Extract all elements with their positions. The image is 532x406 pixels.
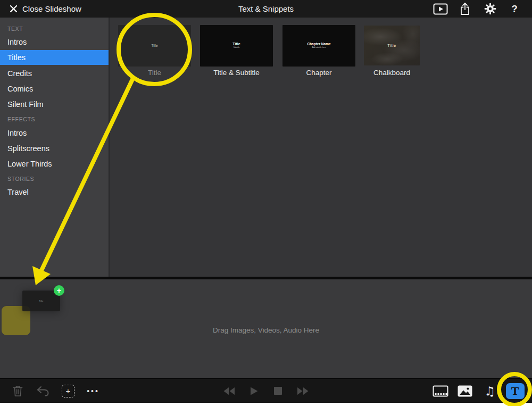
sidebar-item-splitscreens[interactable]: Splitscreens [0, 141, 109, 156]
category-sidebar: TEXT Intros Titles Credits Comics Silent… [0, 18, 109, 277]
undo-icon [36, 386, 49, 396]
dragged-clip-label: Title [39, 300, 44, 302]
ellipsis-icon: ••• [87, 387, 99, 395]
template-label-title-subtitle: Title & Subtitle [200, 68, 273, 78]
play-button[interactable] [243, 379, 264, 403]
template-preview-title: Chapter Name [307, 42, 330, 46]
template-thumb-chalkboard[interactable]: Title [364, 26, 420, 65]
template-preview-subtitle: Add subtitle here [312, 46, 326, 48]
preview-play-button[interactable] [430, 0, 451, 18]
template-preview-subtitle: Subtitle [234, 46, 240, 48]
stop-icon [274, 387, 282, 395]
timeline-area[interactable]: Title + Drag Images, Videos, Audio Here [0, 279, 532, 378]
template-gallery: Title Title Title Subtitle Title & Subti… [110, 18, 532, 277]
bottom-edge-strip [0, 403, 532, 406]
add-selection-icon: + [62, 385, 74, 397]
music-note-icon: ♫ [485, 384, 496, 398]
media-library-button[interactable] [454, 379, 476, 403]
sidebar-item-comics[interactable]: Comics [0, 81, 109, 96]
template-label-chalkboard: Chalkboard [364, 68, 420, 78]
audio-button[interactable]: ♫ [479, 379, 501, 403]
sidebar-item-lower-thirds[interactable]: Lower Thirds [0, 156, 109, 171]
app-window: Close Slideshow Text & Snippets [0, 0, 532, 406]
more-options-button[interactable]: ••• [82, 379, 104, 403]
top-navigation-bar: Close Slideshow Text & Snippets [0, 0, 532, 18]
template-preview-title: Title [232, 42, 240, 46]
undo-button[interactable] [32, 379, 53, 403]
help-button[interactable]: ? [504, 0, 525, 18]
rewind-button[interactable] [218, 379, 239, 403]
sidebar-item-intros[interactable]: Intros [0, 35, 109, 49]
sidebar-section-text: TEXT [0, 25, 109, 32]
delete-button[interactable] [7, 379, 28, 403]
fast-forward-button[interactable] [292, 379, 313, 403]
sidebar-item-credits[interactable]: Credits [0, 66, 109, 81]
template-thumb-title[interactable]: Title [118, 25, 191, 67]
drop-hint-text: Drag Images, Videos, Audio Here [0, 326, 532, 334]
gear-icon [484, 3, 496, 15]
image-icon [458, 385, 472, 397]
close-slideshow-label: Close Slideshow [22, 4, 81, 13]
play-icon [250, 386, 259, 396]
template-preview-title: Title [387, 43, 396, 48]
template-thumb-chapter[interactable]: Chapter Name Add subtitle here [282, 25, 355, 67]
settings-button[interactable] [480, 0, 500, 18]
sidebar-item-silent-film[interactable]: Silent Film [0, 97, 109, 112]
add-selection-button[interactable]: + [57, 379, 79, 403]
text-tool-icon: T [506, 383, 525, 399]
sidebar-item-titles[interactable]: Titles [0, 50, 109, 65]
bottom-toolbar: + ••• [0, 379, 532, 403]
template-label-title: Title [118, 68, 191, 78]
share-button[interactable] [455, 0, 475, 18]
share-icon [459, 2, 471, 15]
add-badge-icon: + [54, 285, 64, 296]
template-thumb-title-subtitle[interactable]: Title Subtitle [200, 25, 273, 67]
template-preview-title: Title [151, 44, 157, 48]
trash-icon [12, 385, 23, 397]
sidebar-section-effects: EFFECTS [0, 115, 109, 123]
sidebar-section-stories: STORIES [0, 175, 109, 183]
filmstrip-icon [433, 385, 448, 397]
close-icon [10, 5, 18, 13]
fast-forward-icon [297, 387, 309, 395]
slideshow-view-button[interactable] [430, 379, 451, 403]
sidebar-item-effects-intros[interactable]: Intros [0, 126, 109, 140]
template-label-chapter: Chapter [282, 68, 355, 78]
preview-play-icon [433, 3, 448, 15]
help-icon: ? [511, 3, 518, 15]
text-tool-button[interactable]: T [504, 379, 526, 403]
stop-button[interactable] [267, 379, 288, 403]
close-slideshow-button[interactable]: Close Slideshow [10, 0, 81, 18]
rewind-icon [223, 387, 235, 395]
sidebar-item-travel[interactable]: Travel [0, 185, 109, 200]
